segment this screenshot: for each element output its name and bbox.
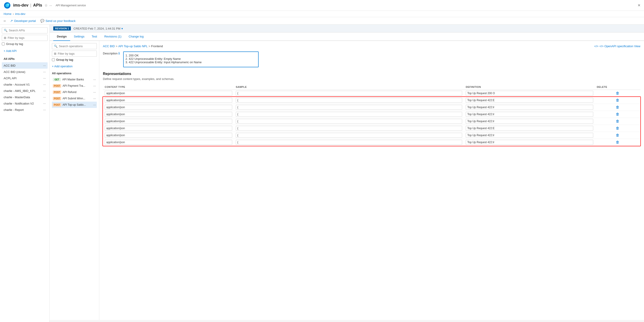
cell-content-type[interactable]: [103, 111, 234, 118]
cell-definition[interactable]: [464, 139, 595, 146]
content-type-input[interactable]: [105, 98, 232, 103]
delete-icon[interactable]: 🗑: [616, 119, 620, 123]
sidebar-api-item[interactable]: ACPL API ···: [2, 75, 48, 81]
tab-settings[interactable]: Settings: [70, 33, 88, 41]
definition-input[interactable]: [466, 133, 593, 138]
filter-ops-input[interactable]: [58, 52, 95, 55]
cell-sample[interactable]: [234, 118, 464, 125]
sidebar-api-item[interactable]: charlie - Account V1 ···: [2, 81, 48, 88]
sample-input[interactable]: [236, 140, 462, 145]
api-more-icon[interactable]: ···: [43, 64, 46, 67]
favorite-star[interactable]: ☆: [44, 3, 48, 8]
cell-content-type[interactable]: [103, 125, 234, 132]
tab-revisions--1-[interactable]: Revisions (1): [101, 33, 125, 41]
sidebar-api-item[interactable]: charlie - MasterData ···: [2, 94, 48, 100]
definition-input[interactable]: [466, 98, 593, 103]
content-type-input[interactable]: [105, 91, 232, 96]
content-type-input[interactable]: [105, 112, 232, 117]
definition-input[interactable]: [466, 112, 593, 117]
cell-definition[interactable]: [464, 104, 595, 111]
delete-icon[interactable]: 🗑: [616, 105, 620, 109]
cell-content-type[interactable]: [103, 139, 234, 146]
sample-input[interactable]: [236, 126, 462, 131]
tab-test[interactable]: Test: [88, 33, 101, 41]
cell-content-type[interactable]: [103, 104, 234, 111]
api-more-icon[interactable]: ···: [43, 95, 46, 99]
cell-sample[interactable]: [234, 111, 464, 118]
sidebar-api-item[interactable]: ACC BID (clone) ···: [2, 69, 48, 75]
more-options[interactable]: ···: [50, 4, 52, 7]
sample-input[interactable]: [236, 105, 462, 110]
filter-tags-input[interactable]: [8, 36, 46, 40]
revision-dropdown-icon[interactable]: ▾: [122, 27, 123, 30]
op-item[interactable]: GET API Master Banks ···: [52, 76, 97, 83]
cell-sample[interactable]: [234, 125, 464, 132]
delete-icon[interactable]: 🗑: [616, 112, 620, 116]
close-button[interactable]: ×: [638, 3, 640, 8]
filter-ops-box[interactable]: ⊞: [52, 51, 97, 57]
sidebar-api-item[interactable]: charlie - Notification V2 ···: [2, 100, 48, 107]
op-item[interactable]: POST API Submit Winn... ···: [52, 95, 97, 102]
sample-input[interactable]: [236, 112, 462, 117]
search-ops-box[interactable]: 🔍: [52, 43, 97, 49]
sample-input[interactable]: [236, 119, 462, 124]
cell-sample[interactable]: [234, 139, 464, 146]
sidebar-api-item[interactable]: charlie - AMS_IBID_KPL ···: [2, 88, 48, 94]
cell-sample[interactable]: [234, 90, 464, 97]
delete-icon[interactable]: 🗑: [616, 91, 620, 95]
openapi-spec-link[interactable]: </> </> OpenAPI specification View: [594, 45, 640, 48]
filter-tags-box[interactable]: ⊞: [2, 35, 48, 41]
op-more-icon[interactable]: ···: [93, 103, 96, 107]
group-by-tag-check[interactable]: [2, 43, 5, 45]
sample-input[interactable]: [236, 133, 462, 138]
developer-portal-link[interactable]: ↗ Developer portal: [10, 19, 36, 23]
path-part1[interactable]: ACC BID: [103, 45, 115, 48]
definition-input[interactable]: [466, 105, 593, 110]
op-more-icon[interactable]: ···: [93, 84, 96, 88]
path-part2[interactable]: API Top-up Saldo NPL: [118, 45, 148, 48]
delete-icon[interactable]: 🗑: [616, 126, 620, 130]
op-item[interactable]: POST API Top-up Saldo... ···: [52, 102, 97, 108]
sample-input[interactable]: [236, 91, 462, 96]
ops-group-by-tag[interactable]: Group by tag: [52, 58, 97, 61]
cell-definition[interactable]: [464, 90, 595, 97]
cell-sample[interactable]: [234, 132, 464, 139]
content-type-input[interactable]: [105, 133, 232, 138]
api-more-icon[interactable]: ···: [43, 108, 46, 112]
definition-input[interactable]: [466, 91, 593, 96]
content-type-input[interactable]: [105, 126, 232, 131]
cell-sample[interactable]: [234, 97, 464, 104]
tab-change-log[interactable]: Change log: [125, 33, 147, 41]
api-more-icon[interactable]: ···: [43, 76, 46, 80]
search-apis-input[interactable]: [9, 29, 46, 32]
sample-input[interactable]: [236, 98, 462, 103]
op-item[interactable]: POST API Payment Tra... ···: [52, 83, 97, 89]
sidebar-api-item[interactable]: charlie - Report ···: [2, 107, 48, 113]
cell-definition[interactable]: [464, 111, 595, 118]
definition-input[interactable]: [466, 126, 593, 131]
cell-definition[interactable]: [464, 118, 595, 125]
feedback-link[interactable]: 💬 Send us your feedback: [40, 19, 76, 23]
cell-content-type[interactable]: [103, 132, 234, 139]
cell-content-type[interactable]: [103, 90, 234, 97]
api-more-icon[interactable]: ···: [43, 102, 46, 105]
add-api-button[interactable]: + Add API: [2, 48, 48, 54]
definition-input[interactable]: [466, 140, 593, 145]
op-more-icon[interactable]: ···: [93, 97, 96, 100]
cell-sample[interactable]: [234, 104, 464, 111]
definition-input[interactable]: [466, 119, 593, 124]
cell-content-type[interactable]: [103, 97, 234, 104]
group-by-tag-checkbox[interactable]: Group by tag: [2, 42, 48, 46]
content-type-input[interactable]: [105, 140, 232, 145]
search-apis-box[interactable]: 🔍: [2, 27, 48, 34]
op-more-icon[interactable]: ···: [93, 90, 96, 94]
add-operation-button[interactable]: + Add operation: [52, 64, 97, 69]
content-type-input[interactable]: [105, 105, 232, 110]
op-item[interactable]: POST API Refund ···: [52, 89, 97, 95]
cell-definition[interactable]: [464, 97, 595, 104]
content-type-input[interactable]: [105, 119, 232, 124]
api-more-icon[interactable]: ···: [43, 89, 46, 93]
search-ops-input[interactable]: [59, 45, 95, 48]
cell-definition[interactable]: [464, 125, 595, 132]
sidebar-api-item[interactable]: ACC BID ···: [2, 62, 48, 69]
